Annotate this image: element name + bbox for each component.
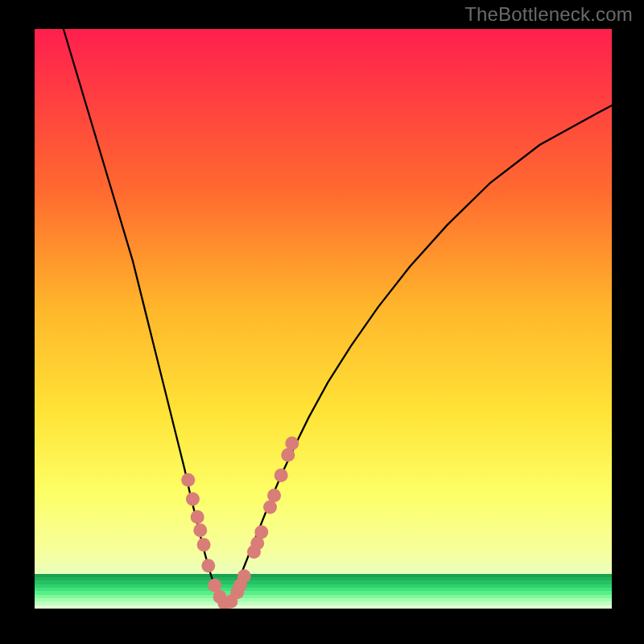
data-point bbox=[186, 492, 200, 506]
watermark: TheBottleneck.com bbox=[464, 3, 633, 26]
data-point bbox=[267, 489, 281, 502]
curve-right-branch bbox=[225, 105, 612, 605]
chart-lines bbox=[64, 29, 612, 605]
data-point bbox=[263, 501, 277, 514]
data-point bbox=[193, 523, 207, 537]
data-point bbox=[201, 559, 215, 572]
data-point bbox=[275, 469, 288, 482]
data-point bbox=[281, 448, 295, 462]
data-point bbox=[254, 525, 268, 539]
data-point bbox=[181, 473, 195, 487]
data-point bbox=[191, 510, 204, 524]
chart-svg bbox=[35, 29, 612, 609]
data-point bbox=[285, 436, 299, 450]
data-point bbox=[237, 569, 251, 583]
chart-dots bbox=[181, 436, 299, 609]
data-point bbox=[197, 538, 211, 551]
chart-plot-area bbox=[35, 29, 612, 609]
